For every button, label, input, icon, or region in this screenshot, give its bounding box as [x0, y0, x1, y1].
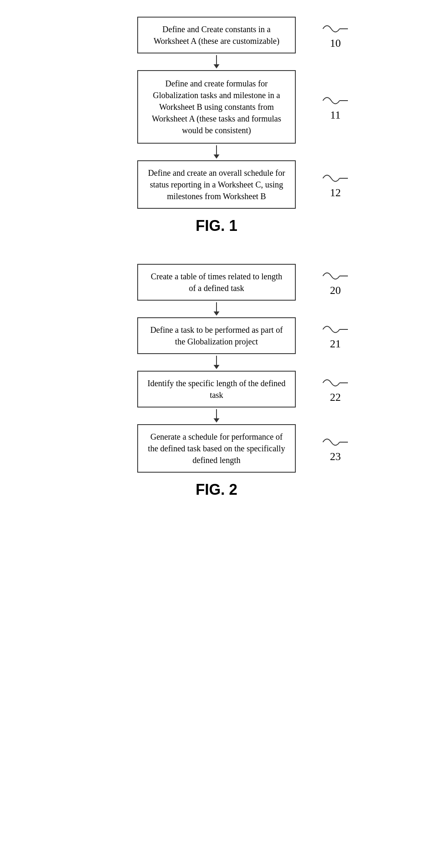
box20-text: Create a table of times related to lengt… [151, 272, 282, 293]
squiggle12 [321, 170, 350, 187]
box20: Create a table of times related to lengt… [137, 264, 296, 301]
squiggle10 [321, 20, 350, 37]
arrow1 [214, 55, 219, 68]
ref12-label: 12 [330, 187, 341, 199]
arrow5 [214, 409, 219, 423]
ref23: 23 [321, 434, 350, 463]
box23-row: Generate a schedule for performance of t… [70, 424, 363, 473]
squiggle23 [321, 434, 350, 450]
ref21: 21 [321, 321, 350, 350]
ref11: 11 [321, 92, 350, 121]
box11: Define and create formulas for Globaliza… [137, 70, 296, 144]
arrow4 [214, 356, 219, 369]
fig1-diagram: Define and Create constants in a Workshe… [70, 17, 363, 251]
ref12: 12 [321, 170, 350, 199]
fig1-label: FIG. 1 [196, 217, 237, 235]
box21-row: Define a task to be performed as part of… [70, 317, 363, 354]
box22-text: Identify the specific length of the defi… [148, 379, 286, 400]
ref23-label: 23 [330, 450, 341, 463]
box10: Define and Create constants in a Workshe… [137, 17, 296, 53]
squiggle21 [321, 321, 350, 338]
ref10-label: 10 [330, 37, 341, 50]
ref10: 10 [321, 20, 350, 50]
box11-row: Define and create formulas for Globaliza… [70, 70, 363, 144]
box23: Generate a schedule for performance of t… [137, 424, 296, 473]
squiggle20 [321, 268, 350, 284]
box12-row: Define and create an overall schedule fo… [70, 160, 363, 209]
squiggle22 [321, 375, 350, 391]
ref20-label: 20 [330, 284, 341, 297]
squiggle11 [321, 92, 350, 109]
fig2-diagram: Create a table of times related to lengt… [70, 264, 363, 515]
box22-row: Identify the specific length of the defi… [70, 371, 363, 407]
arrow2 [214, 145, 219, 159]
ref21-label: 21 [330, 338, 341, 350]
box21-text: Define a task to be performed as part of… [150, 325, 283, 346]
box10-row: Define and Create constants in a Workshe… [70, 17, 363, 53]
arrow3 [214, 302, 219, 316]
box21: Define a task to be performed as part of… [137, 317, 296, 354]
ref20: 20 [321, 268, 350, 297]
box12-text: Define and create an overall schedule fo… [148, 168, 285, 201]
box22: Identify the specific length of the defi… [137, 371, 296, 407]
box20-row: Create a table of times related to lengt… [70, 264, 363, 301]
ref22-label: 22 [330, 391, 341, 404]
fig2-label: FIG. 2 [196, 481, 237, 499]
box11-text: Define and create formulas for Globaliza… [152, 79, 281, 135]
box23-text: Generate a schedule for performance of t… [148, 432, 285, 465]
ref22: 22 [321, 375, 350, 404]
box12: Define and create an overall schedule fo… [137, 160, 296, 209]
ref11-label: 11 [330, 109, 340, 121]
box10-text: Define and Create constants in a Workshe… [154, 25, 279, 46]
